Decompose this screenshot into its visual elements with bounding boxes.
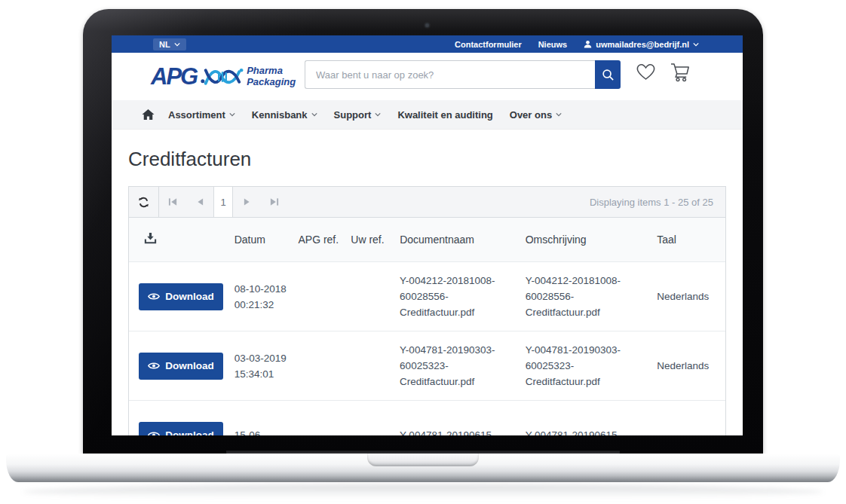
col-header-taal[interactable]: Taal bbox=[657, 234, 725, 246]
download-button[interactable]: Download bbox=[139, 422, 223, 436]
nav-item-assortiment[interactable]: Assortiment bbox=[168, 109, 235, 121]
page-prev-button[interactable] bbox=[186, 187, 213, 217]
download-button[interactable]: Download bbox=[139, 283, 223, 310]
cart-button[interactable] bbox=[670, 63, 691, 82]
cell-omschrijving: Y-004781-20190303-60025323-Creditfactuur… bbox=[526, 342, 657, 389]
download-button-label: Download bbox=[165, 360, 214, 371]
col-header-datum[interactable]: Datum bbox=[234, 234, 299, 246]
nav-label: Over ons bbox=[510, 109, 552, 121]
user-icon bbox=[584, 40, 592, 48]
cell-taal: Nederlands bbox=[657, 358, 725, 374]
eye-icon bbox=[148, 431, 160, 435]
nav-label: Assortiment bbox=[168, 109, 225, 121]
page-next-icon bbox=[244, 197, 250, 206]
account-email: uwmailadres@bedrijf.nl bbox=[596, 40, 689, 49]
nav-label: Kwaliteit en auditing bbox=[397, 109, 492, 121]
laptop-mockup: NL Contactformulier Nieuws uwmailadres@b… bbox=[0, 0, 846, 504]
nav-item-over-ons[interactable]: Over ons bbox=[510, 109, 562, 121]
heart-icon bbox=[636, 63, 656, 81]
account-menu[interactable]: uwmailadres@bedrijf.nl bbox=[584, 40, 699, 49]
col-header-uw-ref[interactable]: Uw ref. bbox=[351, 234, 400, 246]
logo-brand-text: APG bbox=[151, 65, 197, 88]
page-last-button[interactable] bbox=[260, 187, 287, 217]
cell-datum: 03-03-2019 15:34:01 bbox=[234, 350, 299, 382]
col-header-documentnaam[interactable]: Documentnaam bbox=[400, 234, 526, 246]
laptop-base-notch bbox=[367, 454, 479, 466]
wishlist-button[interactable] bbox=[636, 63, 656, 81]
page-number[interactable]: 1 bbox=[213, 187, 233, 217]
contact-link[interactable]: Contactformulier bbox=[455, 40, 522, 49]
refresh-button[interactable] bbox=[129, 187, 159, 217]
nav-item-kwaliteit[interactable]: Kwaliteit en auditing bbox=[397, 109, 492, 121]
download-button-label: Download bbox=[165, 291, 214, 302]
page-prev-icon bbox=[197, 197, 204, 206]
logo-tagline-line1: Pharma bbox=[247, 65, 283, 76]
cell-taal: Nederlands bbox=[657, 289, 725, 304]
chevron-down-icon bbox=[693, 41, 699, 47]
table-row: Download 15-06- Y-004781-20190615- Y-004… bbox=[129, 400, 725, 435]
chevron-down-icon bbox=[174, 41, 180, 47]
nav-label: Support bbox=[334, 109, 372, 121]
pager: 1 bbox=[159, 187, 287, 217]
cell-omschrijving: Y-004781-20190615- bbox=[526, 427, 657, 435]
chevron-down-icon bbox=[229, 111, 235, 118]
page-next-button[interactable] bbox=[233, 187, 260, 217]
laptop-reflection bbox=[23, 484, 823, 499]
download-icon bbox=[144, 232, 157, 245]
search-bar bbox=[305, 60, 621, 89]
site-header: APG Pharma Packaging bbox=[112, 53, 743, 100]
page-first-icon bbox=[168, 197, 178, 206]
page-content: Creditfacturen bbox=[112, 148, 743, 435]
logo-tagline-line2: Packaging bbox=[247, 76, 296, 87]
cell-documentnaam: Y-004212-20181008-60028556-Creditfactuur… bbox=[400, 273, 526, 320]
table-row: Download 03-03-2019 15:34:01 Y-004781-20… bbox=[129, 331, 725, 400]
cell-datum: 08-10-2018 00:21:32 bbox=[234, 281, 299, 313]
main-nav: Assortiment Kennisbank Support Kwaliteit… bbox=[112, 100, 743, 130]
displaying-items-status: Displaying items 1 - 25 of 25 bbox=[287, 187, 725, 217]
col-header-omschrijving[interactable]: Omschrijving bbox=[526, 234, 657, 246]
col-header-apg-ref[interactable]: APG ref. bbox=[298, 234, 351, 246]
download-button[interactable]: Download bbox=[139, 353, 223, 380]
dna-helix-icon bbox=[200, 64, 244, 90]
download-all-header[interactable] bbox=[129, 232, 234, 247]
browser-viewport: NL Contactformulier Nieuws uwmailadres@b… bbox=[112, 35, 743, 435]
top-utility-bar: NL Contactformulier Nieuws uwmailadres@b… bbox=[112, 35, 743, 53]
grid-toolbar: 1 Displaying items 1 - 25 of 25 bbox=[129, 187, 725, 217]
invoices-grid: 1 Displaying items 1 - 25 of 25 bbox=[128, 186, 726, 435]
search-icon bbox=[602, 69, 615, 81]
download-button-label: Download bbox=[165, 429, 214, 435]
cell-omschrijving: Y-004212-20181008-60028556-Creditfactuur… bbox=[526, 273, 657, 320]
refresh-icon bbox=[137, 196, 150, 209]
home-icon bbox=[142, 108, 155, 121]
language-label: NL bbox=[159, 40, 170, 49]
cell-documentnaam: Y-004781-20190303-60025323-Creditfactuur… bbox=[400, 342, 526, 389]
cell-datum: 15-06- bbox=[234, 427, 299, 435]
chevron-down-icon bbox=[375, 111, 381, 118]
nav-item-kennisbank[interactable]: Kennisbank bbox=[252, 109, 317, 121]
page-first-button[interactable] bbox=[159, 187, 186, 217]
chevron-down-icon bbox=[556, 111, 562, 118]
nav-home[interactable] bbox=[142, 108, 155, 121]
news-link[interactable]: Nieuws bbox=[538, 40, 568, 49]
cart-icon bbox=[670, 63, 691, 82]
site-logo[interactable]: APG Pharma Packaging bbox=[151, 64, 296, 90]
eye-icon bbox=[148, 362, 160, 370]
table-header-row: Datum APG ref. Uw ref. Documentnaam Omsc… bbox=[129, 217, 725, 261]
page-last-icon bbox=[269, 197, 279, 206]
eye-icon bbox=[148, 292, 160, 301]
search-button[interactable] bbox=[595, 60, 621, 89]
nav-label: Kennisbank bbox=[252, 109, 308, 121]
cell-documentnaam: Y-004781-20190615- bbox=[400, 427, 526, 435]
webcam-dot bbox=[425, 23, 430, 28]
search-input[interactable] bbox=[305, 60, 595, 89]
page-title: Creditfacturen bbox=[128, 148, 726, 171]
logo-tagline: Pharma Packaging bbox=[247, 66, 296, 87]
chevron-down-icon bbox=[311, 111, 317, 118]
language-selector[interactable]: NL bbox=[153, 38, 186, 50]
nav-item-support[interactable]: Support bbox=[334, 109, 382, 121]
table-row: Download 08-10-2018 00:21:32 Y-004212-20… bbox=[129, 261, 725, 331]
